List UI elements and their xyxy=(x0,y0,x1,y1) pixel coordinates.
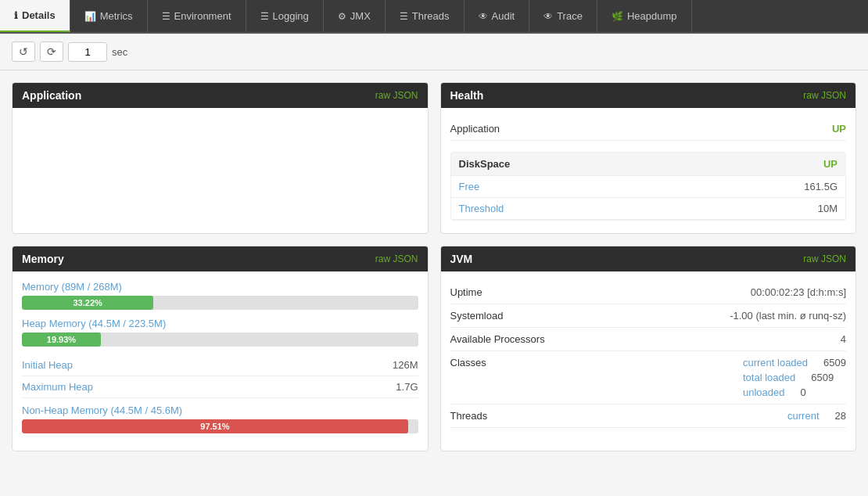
health-card-body: Application UP DiskSpace UP Free 161.5G … xyxy=(441,108,856,230)
maximum-heap-value: 1.7G xyxy=(396,381,418,393)
jvm-classes-details: current loaded 6509 total loaded 6509 un… xyxy=(743,357,846,398)
tab-logging-label: Logging xyxy=(273,10,309,22)
maximum-heap-label: Maximum Heap xyxy=(22,381,93,393)
health-card: Health raw JSON Application UP DiskSpace… xyxy=(440,82,857,234)
jvm-processors-value: 4 xyxy=(841,333,846,345)
memory-nonheap-progress-container: 97.51% xyxy=(22,419,418,433)
health-threshold-label: Threshold xyxy=(459,203,504,214)
main-content: Application raw JSON Health raw JSON App… xyxy=(0,70,868,463)
tab-logging[interactable]: ☰ Logging xyxy=(246,0,324,32)
jvm-card: JVM raw JSON Uptime 00:00:02:23 [d:h:m:s… xyxy=(440,246,857,451)
jvm-card-body: Uptime 00:00:02:23 [d:h:m:s] Systemload … xyxy=(441,271,856,437)
memory-total-item: Memory (89M / 268M) 33.22% xyxy=(22,281,418,310)
application-card-body xyxy=(13,108,428,233)
tab-jmx[interactable]: ⚙ JMX xyxy=(324,0,386,32)
jvm-card-title: JVM xyxy=(450,253,473,265)
jvm-uptime-value: 00:00:02:23 [d:h:m:s] xyxy=(751,286,846,298)
details-icon: ℹ xyxy=(14,10,18,21)
memory-raw-json-link[interactable]: raw JSON xyxy=(375,253,418,264)
health-raw-json-link[interactable]: raw JSON xyxy=(803,90,846,101)
jvm-classes-label: Classes xyxy=(450,357,486,398)
memory-heap-progress-container: 19.93% xyxy=(22,332,418,347)
jvm-processors-row: Available Processors 4 xyxy=(450,328,847,351)
health-application-row: Application UP xyxy=(450,117,847,141)
health-card-header: Health raw JSON xyxy=(441,83,856,108)
jvm-uptime-label: Uptime xyxy=(450,286,482,298)
application-raw-json-link[interactable]: raw JSON xyxy=(375,90,418,101)
tab-environment[interactable]: ☰ Environment xyxy=(148,0,246,32)
tab-metrics[interactable]: 📊 Metrics xyxy=(70,0,148,32)
tab-bar: ℹ Details 📊 Metrics ☰ Environment ☰ Logg… xyxy=(0,0,868,34)
diskspace-label: DiskSpace xyxy=(459,158,511,170)
tab-environment-label: Environment xyxy=(174,10,231,22)
health-free-label: Free xyxy=(459,181,480,192)
initial-heap-value: 126M xyxy=(393,359,418,371)
application-card-header: Application raw JSON xyxy=(13,83,428,108)
jvm-systemload-label: Systemload xyxy=(450,310,504,322)
jmx-icon: ⚙ xyxy=(338,11,346,22)
current-loaded-label: current loaded xyxy=(743,357,808,368)
tab-audit[interactable]: 👁 Audit xyxy=(464,0,530,32)
tab-details[interactable]: ℹ Details xyxy=(0,0,70,32)
threads-current-value: 28 xyxy=(835,410,846,422)
trace-icon: 👁 xyxy=(543,11,553,22)
memory-card-header: Memory raw JSON xyxy=(13,246,428,271)
initial-heap-row: Initial Heap 126M xyxy=(22,354,418,376)
metrics-icon: 📊 xyxy=(84,11,96,22)
tab-details-label: Details xyxy=(22,9,56,21)
jvm-uptime-row: Uptime 00:00:02:23 [d:h:m:s] xyxy=(450,281,847,304)
jvm-classes-row: Classes current loaded 6509 total loaded… xyxy=(450,351,847,404)
environment-icon: ☰ xyxy=(162,11,170,22)
memory-total-progress-container: 33.22% xyxy=(22,296,418,310)
threads-icon: ☰ xyxy=(400,11,408,22)
memory-card: Memory raw JSON Memory (89M / 268M) 33.2… xyxy=(12,246,429,451)
memory-nonheap-progress-bar: 97.51% xyxy=(22,419,408,433)
tab-trace-label: Trace xyxy=(557,10,583,22)
health-threshold-value: 10M xyxy=(818,203,838,214)
jvm-current-loaded-row: current loaded 6509 xyxy=(743,357,846,368)
jvm-total-loaded-row: total loaded 6509 xyxy=(743,372,846,383)
tab-trace[interactable]: 👁 Trace xyxy=(529,0,597,32)
tab-jmx-label: JMX xyxy=(350,10,371,22)
memory-nonheap-label: Non-Heap Memory (44.5M / 45.6M) xyxy=(22,404,418,416)
memory-card-title: Memory xyxy=(22,253,64,265)
threads-current-label: current xyxy=(787,410,819,422)
diskspace-section: DiskSpace UP Free 161.5G Threshold 10M xyxy=(450,152,847,221)
auto-refresh-button[interactable]: ⟳ xyxy=(40,41,63,62)
tab-heapdump-label: Heapdump xyxy=(627,10,677,22)
memory-heap-percent: 19.93% xyxy=(47,335,76,344)
health-threshold-row: Threshold 10M xyxy=(451,198,846,220)
health-application-status: UP xyxy=(832,123,846,135)
unloaded-label: unloaded xyxy=(743,386,785,398)
application-card-title: Application xyxy=(22,89,81,102)
memory-heap-progress-bar: 19.93% xyxy=(22,332,101,347)
jvm-threads-row: Threads current 28 xyxy=(450,404,847,428)
jvm-raw-json-link[interactable]: raw JSON xyxy=(803,253,846,264)
maximum-heap-row: Maximum Heap 1.7G xyxy=(22,376,418,398)
health-free-row: Free 161.5G xyxy=(451,176,846,198)
tab-heapdump[interactable]: 🌿 Heapdump xyxy=(597,0,692,32)
total-loaded-label: total loaded xyxy=(743,372,795,383)
tab-threads[interactable]: ☰ Threads xyxy=(386,0,464,32)
jvm-systemload-value: -1.00 (last min. ø runq-sz) xyxy=(730,310,846,322)
memory-heap-item: Heap Memory (44.5M / 223.5M) 19.93% xyxy=(22,318,418,347)
total-loaded-value: 6509 xyxy=(811,372,834,383)
heapdump-icon: 🌿 xyxy=(612,11,623,22)
memory-total-progress-bar: 33.22% xyxy=(22,296,153,310)
memory-heap-label: Heap Memory (44.5M / 223.5M) xyxy=(22,318,418,329)
jvm-unloaded-row: unloaded 0 xyxy=(743,386,846,398)
refresh-interval-input[interactable] xyxy=(68,42,107,62)
diskspace-header: DiskSpace UP xyxy=(451,153,846,176)
health-application-label: Application xyxy=(450,123,500,135)
memory-nonheap-item: Non-Heap Memory (44.5M / 45.6M) 97.51% xyxy=(22,404,418,433)
memory-nonheap-percent: 97.51% xyxy=(200,422,229,431)
tab-metrics-label: Metrics xyxy=(100,10,133,22)
tab-audit-label: Audit xyxy=(492,10,515,22)
toolbar: ↺ ⟳ sec xyxy=(0,34,868,70)
tab-threads-label: Threads xyxy=(412,10,450,22)
refresh-button[interactable]: ↺ xyxy=(12,41,35,62)
initial-heap-label: Initial Heap xyxy=(22,359,73,371)
jvm-systemload-row: Systemload -1.00 (last min. ø runq-sz) xyxy=(450,304,847,328)
jvm-processors-label: Available Processors xyxy=(450,333,545,345)
jvm-card-header: JVM raw JSON xyxy=(441,246,856,271)
